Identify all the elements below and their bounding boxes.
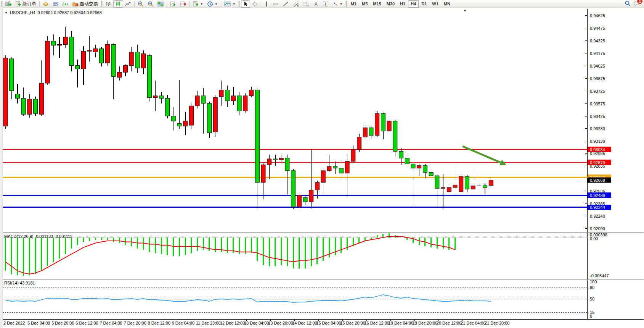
line-chart-icon	[125, 1, 131, 7]
text-label-tool-button[interactable]: T	[321, 0, 331, 8]
mt4-application: 新订单 自动交易	[0, 0, 644, 328]
order-document-icon	[193, 1, 199, 7]
toolbar-separator	[39, 1, 40, 7]
chart-shift-marker[interactable]: ▼	[463, 9, 467, 13]
tile-windows-button[interactable]	[156, 0, 165, 8]
candlestick-chart-type-button[interactable]	[113, 0, 123, 8]
timeframe-button-W1[interactable]: W1	[429, 0, 441, 8]
svg-text:13 Dec 20:00: 13 Dec 20:00	[268, 321, 293, 325]
timeframe-button-M15[interactable]: M15	[370, 0, 384, 8]
arrows-dropdown-button[interactable]: ▼	[331, 0, 345, 8]
chart-shift-button[interactable]	[178, 0, 188, 8]
arrows-icon	[332, 1, 338, 7]
equidistant-channel-tool-button[interactable]: E	[291, 0, 301, 8]
bar-chart-type-button[interactable]	[103, 0, 113, 8]
toolbar-grip[interactable]	[101, 1, 103, 7]
signals-button[interactable]	[61, 0, 71, 8]
svg-text:0.92879: 0.92879	[590, 160, 605, 165]
timeframe-button-M30[interactable]: M30	[384, 0, 397, 8]
rsi-panel: 1008050150	[3, 280, 597, 318]
svg-text:15 Dec 04:00: 15 Dec 04:00	[316, 321, 341, 325]
timeframe-button-H4[interactable]: H4	[408, 0, 419, 8]
timeframe-button-H1[interactable]: H1	[397, 0, 408, 8]
toolbar-separator	[167, 1, 167, 7]
svg-text:-0.003447: -0.003447	[590, 273, 609, 278]
toolbar-grip[interactable]	[345, 1, 347, 7]
svg-text:80: 80	[590, 285, 594, 290]
cursor-tool-button[interactable]	[241, 0, 250, 8]
svg-text:5 Dec 04:00: 5 Dec 04:00	[27, 321, 50, 325]
new-order-icon	[15, 1, 21, 7]
chat-button[interactable]: 1	[633, 0, 640, 8]
chart-title: ▼ USDCHF-,H4 0.92604 0.92687 0.92604 0.9…	[5, 10, 102, 15]
svg-text:0.93034: 0.93034	[590, 147, 605, 152]
svg-text:6 Dec 12:00: 6 Dec 12:00	[75, 321, 98, 325]
toolbar-grip[interactable]	[1, 1, 3, 7]
rsi-line	[6, 295, 491, 302]
svg-text:8 Dec 12:00: 8 Dec 12:00	[148, 321, 170, 325]
horizontal-line-icon	[273, 1, 279, 7]
chevron-down-icon: ▼	[340, 2, 343, 6]
auto-scroll-icon	[170, 1, 176, 7]
new-order-dropdown-button[interactable]: ▼	[191, 0, 205, 8]
chart-window[interactable]: 0.946250.944750.943250.941750.940250.938…	[3, 8, 644, 328]
zoom-in-button[interactable]	[136, 0, 146, 8]
fibonacci-tool-button[interactable]: F	[301, 0, 312, 8]
signals-icon	[63, 1, 69, 7]
svg-text:21 Dec 04:00: 21 Dec 04:00	[461, 321, 485, 325]
search-icon[interactable]	[625, 0, 631, 8]
period-clock-dropdown-button[interactable]: ▼	[205, 0, 220, 8]
zoom-out-icon	[148, 1, 154, 7]
svg-text:0.94475: 0.94475	[590, 26, 605, 31]
timeframe-button-M1[interactable]: M1	[348, 0, 359, 8]
rsi-indicator-label: RSI(14) 43.9181	[4, 281, 35, 285]
vertical-line-tool-button[interactable]	[262, 0, 271, 8]
svg-text:19 Dec 04:00: 19 Dec 04:00	[389, 321, 413, 325]
chevron-down-icon: ▼	[200, 2, 203, 6]
macd-signal-line	[6, 236, 455, 274]
new-order-button[interactable]: 新订单	[13, 0, 38, 8]
svg-text:0.92344: 0.92344	[590, 205, 605, 210]
chart-canvas[interactable]: 0.946250.944750.943250.941750.940250.938…	[3, 8, 644, 328]
price-axis-ticks: 0.946250.944750.943250.941750.940250.938…	[585, 13, 605, 231]
svg-text:2 Dec 2022: 2 Dec 2022	[3, 321, 25, 325]
templates-dropdown-button[interactable]: ▼	[222, 0, 238, 8]
notification-badge: 1	[637, 0, 642, 4]
chevron-down-icon: ▼	[215, 2, 218, 6]
toolbar-separator	[261, 1, 261, 7]
svg-text:0.94175: 0.94175	[590, 51, 605, 56]
terminal-icon	[53, 1, 59, 7]
new-chart-button[interactable]	[3, 0, 13, 8]
svg-text:0.94025: 0.94025	[590, 64, 605, 68]
timeframe-button-M5[interactable]: M5	[359, 0, 370, 8]
chart-symbol-period: USDCHF-,H4	[10, 10, 35, 15]
svg-text:0.94325: 0.94325	[590, 39, 605, 43]
vertical-line-icon	[264, 1, 269, 7]
new-order-label: 新订单	[22, 1, 36, 7]
profiles-button[interactable]	[41, 0, 51, 8]
templates-icon	[224, 1, 231, 7]
svg-text:9 Dec 04:00: 9 Dec 04:00	[172, 321, 194, 325]
svg-text:0.94625: 0.94625	[590, 13, 605, 18]
tile-windows-icon	[157, 1, 164, 7]
svg-text:50: 50	[590, 297, 594, 301]
svg-text:F: F	[308, 4, 309, 7]
timeframe-button-MN[interactable]: MN	[441, 0, 453, 8]
chart-collapse-icon[interactable]: ▼	[5, 11, 8, 15]
svg-text:0.93280: 0.93280	[590, 126, 605, 131]
text-tool-button[interactable]: A	[312, 0, 321, 8]
auto-scroll-button[interactable]	[168, 0, 178, 8]
svg-text:15 Dec 20:00: 15 Dec 20:00	[340, 321, 365, 325]
crosshair-tool-button[interactable]	[250, 0, 260, 8]
autotrading-button[interactable]: 自动交易	[71, 0, 100, 8]
line-chart-type-button[interactable]	[123, 0, 133, 8]
timeframe-button-D1[interactable]: D1	[419, 0, 429, 8]
trendline-tool-button[interactable]	[281, 0, 291, 8]
horizontal-line-tool-button[interactable]	[271, 0, 281, 8]
zoom-out-button[interactable]	[146, 0, 156, 8]
zoom-in-icon	[138, 1, 144, 7]
toolbar-grip[interactable]	[238, 1, 240, 7]
svg-text:0.92489: 0.92489	[590, 193, 605, 198]
terminal-button[interactable]	[51, 0, 61, 8]
toolbar-separator	[134, 1, 135, 7]
